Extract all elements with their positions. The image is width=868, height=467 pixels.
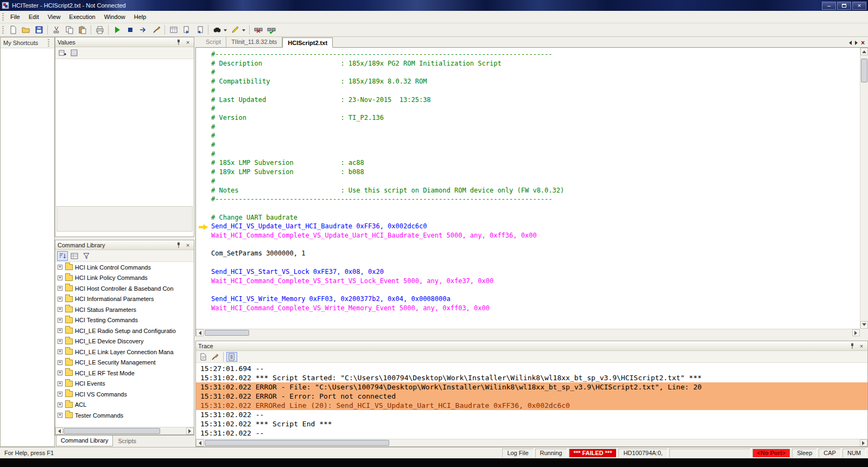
editor-line[interactable]: # 185x LMP Subversion : ac88 bbox=[196, 158, 860, 168]
editor-line[interactable]: # Description : 185x/189x PG2 ROM Initia… bbox=[196, 59, 860, 68]
editor-line[interactable]: # Compatibility : 185x/189x 8.0.32 ROM bbox=[196, 77, 860, 86]
trace-pin-icon[interactable] bbox=[848, 342, 856, 350]
close-tab-icon[interactable]: × bbox=[861, 40, 865, 46]
tree-item[interactable]: +HCI Link Control Commands bbox=[55, 262, 194, 273]
scroll-tabs-right-icon[interactable] bbox=[855, 41, 858, 45]
tree-item[interactable]: +HCI Host Controller & Baseband Con bbox=[55, 283, 194, 294]
editor-line[interactable]: Wait_HCI_Command_Complete_VS_Write_Memor… bbox=[196, 304, 860, 313]
find-dropdown-icon[interactable] bbox=[224, 29, 227, 33]
menu-item-help[interactable]: Help bbox=[130, 11, 151, 22]
expand-icon[interactable]: + bbox=[58, 360, 62, 365]
tree-item[interactable]: +ACL bbox=[55, 400, 194, 411]
menu-item-edit[interactable]: Edit bbox=[24, 11, 43, 22]
values-header[interactable]: Values × bbox=[55, 37, 194, 47]
tree-item[interactable]: +Tester Commands bbox=[55, 410, 194, 421]
editor-tab-2[interactable]: HCIScript2.txt bbox=[282, 37, 333, 48]
organize-values-icon[interactable] bbox=[69, 48, 80, 58]
editor-line[interactable]: Send_HCI_VS_Write_Memory 0xFF03, 0x20037… bbox=[196, 295, 860, 304]
editor-hscrollbar[interactable] bbox=[196, 329, 860, 336]
command-library-hscrollbar[interactable] bbox=[55, 427, 194, 434]
save-icon[interactable] bbox=[33, 24, 45, 36]
menubar-grip[interactable] bbox=[2, 13, 4, 21]
send-command-icon[interactable] bbox=[180, 24, 193, 36]
expand-icon[interactable]: + bbox=[58, 402, 62, 407]
editor-line[interactable]: # bbox=[196, 104, 860, 113]
connect-icon[interactable] bbox=[265, 24, 277, 36]
disconnect-icon[interactable] bbox=[252, 24, 264, 36]
trace-header[interactable]: Trace × bbox=[196, 341, 867, 351]
editor-line[interactable]: # 189x LMP Subversion : b088 bbox=[196, 168, 860, 177]
expand-icon[interactable]: + bbox=[58, 339, 62, 344]
run-script-icon[interactable] bbox=[111, 24, 123, 36]
tree-item[interactable]: +HCI Status Parameters bbox=[55, 304, 194, 315]
expand-icon[interactable]: + bbox=[58, 297, 62, 302]
open-file-icon[interactable] bbox=[20, 24, 32, 36]
tree-item[interactable]: +HCI_LE Radio Setup and Configuratio bbox=[55, 325, 194, 336]
expand-icon[interactable]: + bbox=[58, 328, 62, 333]
editor-line[interactable] bbox=[196, 285, 860, 295]
editor-line[interactable]: # bbox=[196, 140, 860, 150]
hscroll-thumb[interactable] bbox=[205, 330, 249, 336]
values-body[interactable] bbox=[55, 59, 194, 236]
editor-line[interactable]: #---------------------------------------… bbox=[196, 50, 860, 59]
paste-icon[interactable] bbox=[76, 24, 88, 36]
highlight-icon[interactable] bbox=[229, 24, 242, 36]
expand-icon[interactable]: + bbox=[58, 413, 62, 418]
editor-line[interactable]: # bbox=[196, 86, 860, 95]
tree-item[interactable]: +HCI Testing Commands bbox=[55, 315, 194, 326]
values-close-icon[interactable]: × bbox=[184, 39, 192, 46]
left-tab-scripts[interactable]: Scripts bbox=[113, 436, 141, 446]
editor-vscrollbar[interactable] bbox=[860, 48, 868, 329]
editor-line[interactable]: Send_HCI_VS_Update_Uart_HCI_Baudrate 0xF… bbox=[196, 222, 860, 231]
tree-item[interactable]: +HCI Informational Parameters bbox=[55, 294, 194, 305]
editor-line[interactable] bbox=[196, 240, 860, 250]
editor-line[interactable]: # bbox=[196, 123, 860, 132]
highlight-dropdown-icon[interactable] bbox=[242, 29, 245, 33]
trace-hscrollbar[interactable] bbox=[196, 439, 867, 446]
print-icon[interactable] bbox=[93, 24, 106, 36]
editor-line[interactable]: Send_HCI_VS_Start_VS_Lock 0xFE37, 0x08, … bbox=[196, 267, 860, 277]
editor-line[interactable]: Wait_HCI_Command_Complete_VS_Update_Uart… bbox=[196, 231, 860, 240]
table-view-icon[interactable] bbox=[167, 24, 180, 36]
send-wait-icon[interactable] bbox=[193, 24, 206, 36]
tree-item[interactable]: +HCI VS Commands bbox=[55, 389, 194, 400]
tree-item[interactable]: +HCI_LE RF Test Mode bbox=[55, 368, 194, 379]
expand-icon[interactable]: + bbox=[58, 276, 62, 280]
scroll-right-icon[interactable] bbox=[186, 427, 194, 434]
editor-line[interactable] bbox=[196, 204, 860, 213]
scroll-right-icon[interactable] bbox=[852, 329, 860, 336]
step-icon[interactable] bbox=[137, 24, 149, 36]
editor-line[interactable]: # bbox=[196, 68, 860, 77]
hscroll-thumb[interactable] bbox=[205, 440, 389, 446]
scroll-left-icon[interactable] bbox=[55, 427, 63, 434]
editor-line[interactable]: # Last Updated : 23-Nov-2015 13:25:38 bbox=[196, 95, 860, 105]
expand-icon[interactable]: + bbox=[58, 318, 62, 323]
new-file-icon[interactable] bbox=[7, 24, 19, 36]
scroll-left-icon[interactable] bbox=[196, 329, 204, 336]
tree-item[interactable]: +HCI Events bbox=[55, 379, 194, 389]
autoscroll-toggle-icon[interactable] bbox=[226, 352, 237, 362]
tree-item[interactable]: +HCI Link Policy Commands bbox=[55, 273, 194, 284]
app-icon[interactable] bbox=[2, 2, 9, 9]
scroll-down-icon[interactable] bbox=[860, 321, 868, 329]
close-button[interactable]: × bbox=[852, 2, 866, 10]
menu-item-view[interactable]: View bbox=[43, 11, 65, 22]
menu-item-file[interactable]: File bbox=[6, 11, 24, 22]
left-tab-command-library[interactable]: Command Library bbox=[56, 436, 113, 446]
editor-line[interactable]: Com_SetParams 3000000, 1 bbox=[196, 249, 860, 258]
editor-line[interactable]: # Notes : Use this script on Diamond ROM… bbox=[196, 186, 860, 195]
editor-lines[interactable]: #---------------------------------------… bbox=[196, 48, 860, 329]
cut-icon[interactable] bbox=[50, 24, 62, 36]
editor-line[interactable]: # Change UART baudrate bbox=[196, 213, 860, 222]
expand-icon[interactable]: + bbox=[58, 286, 62, 291]
editor-line[interactable]: Wait_HCI_Command_Complete_VS_Start_VS_Lo… bbox=[196, 277, 860, 286]
tree-item[interactable]: +HCI_LE Security Management bbox=[55, 357, 194, 368]
editor-line[interactable]: # bbox=[196, 150, 860, 159]
stop-script-icon[interactable] bbox=[124, 24, 136, 36]
my-shortcuts-grip[interactable] bbox=[48, 39, 49, 47]
hscroll-thumb[interactable] bbox=[64, 428, 160, 434]
editor-tab-0[interactable]: Script bbox=[201, 37, 226, 47]
my-shortcuts-header[interactable]: My Shortcuts bbox=[1, 37, 54, 48]
scroll-right-icon[interactable] bbox=[860, 439, 867, 446]
expand-icon[interactable]: + bbox=[58, 265, 62, 270]
